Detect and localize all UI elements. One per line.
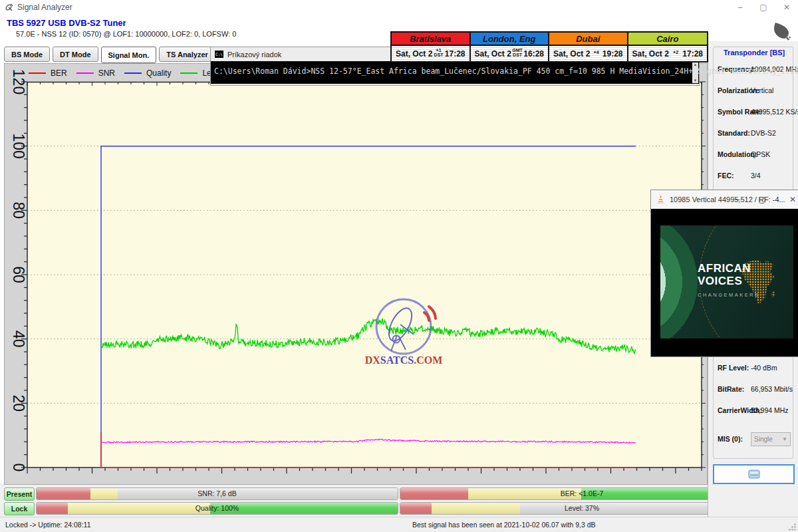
svg-text:80: 80: [10, 202, 27, 219]
svg-text:20: 20: [10, 395, 27, 412]
maximize-button[interactable]: ▢: [752, 0, 775, 15]
svg-text:100: 100: [10, 133, 27, 158]
clock-date: Sat, Oct 2: [632, 49, 669, 59]
tuning-info: 57.0E - NSS 12 (ID: 0570) @ LOF1: 100000…: [16, 30, 236, 38]
field-label: Standard:: [718, 129, 750, 137]
clock-city: London, Eng: [471, 33, 549, 46]
clock-city: Bratislava: [392, 33, 469, 46]
clock-datetime: Sat, Oct 2 +2 17:28: [628, 46, 708, 61]
resize-grip[interactable]: [788, 523, 797, 531]
legend-item-ber: BER: [29, 68, 67, 78]
satellite-dish-icon: [769, 19, 795, 44]
legend-swatch: [29, 72, 46, 74]
device-title: TBS 5927 USB DVB-S2 Tuner: [7, 18, 126, 28]
legend-swatch: [180, 72, 198, 74]
field-label: BitRate:: [718, 385, 744, 393]
clock-time: 17:28: [445, 49, 466, 59]
cmd-prompt-line: C:\Users\Roman Dávid>NSS 12-57°E_East Af…: [214, 66, 798, 76]
progress-bar-quality: Quality: 100%: [36, 502, 398, 515]
video-display[interactable]: AFRICAN VOICES CHANGEMAKERS: [651, 209, 798, 356]
field-label: RF Level:: [718, 364, 749, 372]
legend-item-snr: SNR: [76, 68, 115, 78]
vlc-titlebar[interactable]: 10985 Vertical 44995,512 / RF: -4... – ▢…: [651, 190, 798, 209]
world-clock-table: Bratislava Sat, Oct 2 +1DST 17:28 London…: [390, 31, 708, 63]
field-value: Vertical: [751, 86, 773, 94]
clock-date: Sat, Oct 2: [475, 49, 511, 59]
clock-date: Sat, Oct 2: [553, 49, 590, 59]
field-value: DVB-S2: [751, 129, 776, 137]
progress-bar-snr: SNR: 7,6 dB: [36, 487, 398, 500]
close-button[interactable]: ✕: [775, 0, 798, 15]
clock-time: 16:28: [523, 49, 544, 59]
watermark-text: DXSATCS.COM: [365, 354, 443, 366]
mode-button-bs-mode[interactable]: BS Mode: [4, 47, 50, 62]
chart-legend: BER SNR Quality Level: [29, 67, 221, 79]
lock-uptime-status: Locked -> Uptime: 24:08:11: [5, 521, 91, 529]
scroll-down-icon[interactable]: ▼: [694, 78, 698, 83]
field-value: 66,953 Mbit/s: [751, 385, 793, 393]
vlc-minimize-button[interactable]: –: [726, 190, 749, 209]
minimize-button[interactable]: –: [729, 0, 751, 15]
cmd-scrollbar[interactable]: ▲ ▼: [692, 62, 698, 83]
clock-datetime: Sat, Oct 2 +1DST 17:28: [392, 46, 469, 61]
window-titlebar: Signal Analyzer – ▢ ✕: [0, 0, 798, 15]
window-title: Signal Analyzer: [17, 3, 72, 12]
lock-button[interactable]: Lock: [4, 502, 35, 515]
clock-timezone: GMTDST: [512, 48, 523, 57]
series-ber: [101, 432, 636, 467]
mode-button-dt-mode[interactable]: DT Mode: [53, 47, 98, 62]
field-value: 53,994 MHz: [751, 406, 789, 414]
scroll-up-icon[interactable]: ▲: [694, 62, 698, 67]
video-frame: AFRICAN VOICES CHANGEMAKERS: [660, 225, 793, 338]
overlay-line1: AFRICAN: [698, 262, 760, 275]
record-ts-button[interactable]: [713, 464, 795, 484]
clock-timezone: +4: [594, 50, 599, 55]
signal-chart-panel: BER SNR Quality Level 020406080100120 DX…: [4, 63, 708, 485]
clock-bratislava: Bratislava Sat, Oct 2 +1DST 17:28: [392, 33, 471, 61]
field-value: 44995,512 KS/s: [751, 108, 798, 116]
record-ts-icon: [748, 469, 760, 479]
clock-time: 19:28: [602, 49, 623, 59]
legend-label: Quality: [146, 68, 171, 78]
bar-text: Quality: 100%: [37, 503, 398, 514]
cmd-console[interactable]: C:\Users\Roman Dávid>NSS 12-57°E_East Af…: [211, 61, 699, 84]
best-signal-status: Best signal has been seen at 2021-10-02 …: [412, 521, 596, 529]
legend-swatch: [76, 72, 94, 74]
vlc-close-button[interactable]: ✕: [781, 190, 798, 209]
cmd-window-title: Príkazový riadok: [227, 51, 281, 59]
chevron-down-icon: ▼: [782, 436, 787, 442]
vlc-cone-icon: [656, 194, 666, 205]
clock-timezone: +2: [673, 50, 678, 55]
mode-button-row: BS ModeDT ModeSignal Mon.TS Analyzer (OK…: [4, 47, 233, 63]
cmd-icon: C:\: [215, 51, 223, 58]
svg-text:0: 0: [10, 464, 27, 472]
overlay-line2: VOICES: [698, 275, 760, 287]
present-button[interactable]: Present: [4, 487, 35, 501]
clock-cairo: Cairo Sat, Oct 2 +2 17:28: [628, 33, 708, 61]
legend-label: BER: [51, 68, 67, 78]
series-snr: [101, 439, 636, 443]
mis-select[interactable]: Single ▼: [751, 432, 791, 446]
clock-datetime: Sat, Oct 2 +4 19:28: [549, 46, 627, 61]
statusbar: Locked -> Uptime: 24:08:11 Best signal h…: [0, 517, 798, 532]
clock-timezone: +1DST: [434, 48, 444, 57]
field-value: -40 dBm: [751, 364, 777, 372]
legend-item-quality: Quality: [124, 68, 171, 78]
app-icon: [5, 3, 14, 12]
bar-text: SNR: 7,6 dB: [37, 488, 398, 499]
svg-text:40: 40: [10, 331, 27, 348]
clock-dubai: Dubai Sat, Oct 2 +4 19:28: [549, 33, 628, 61]
vlc-video-window: 10985 Vertical 44995,512 / RF: -4... – ▢…: [650, 190, 798, 357]
clock-date: Sat, Oct 2: [396, 49, 432, 59]
field-value: QPSK: [751, 150, 770, 158]
clock-datetime: Sat, Oct 2 GMTDST 16:28: [471, 46, 549, 61]
clock-time: 17:28: [682, 49, 703, 59]
mis-selected-value: Single: [754, 436, 773, 443]
legend-swatch: [124, 72, 142, 74]
mode-button-signal-mon-[interactable]: Signal Mon.: [101, 47, 157, 63]
field-label: FEC:: [718, 172, 734, 180]
vlc-maximize-button[interactable]: ▢: [751, 190, 773, 209]
overlay-line3: CHANGEMAKERS: [698, 289, 760, 301]
legend-label: SNR: [98, 68, 115, 78]
field-value: 3/4: [751, 172, 761, 180]
